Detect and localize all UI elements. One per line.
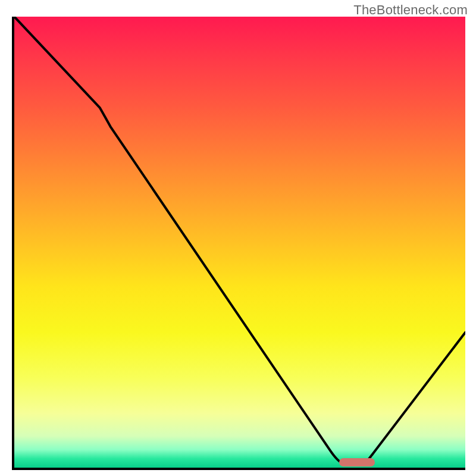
optimal-marker [339, 458, 375, 466]
plot-area [12, 17, 465, 470]
watermark-text: TheBottleneck.com [353, 2, 468, 18]
chart-container: TheBottleneck.com [0, 0, 476, 476]
bottleneck-curve [14, 17, 465, 468]
curve-path [14, 17, 465, 463]
